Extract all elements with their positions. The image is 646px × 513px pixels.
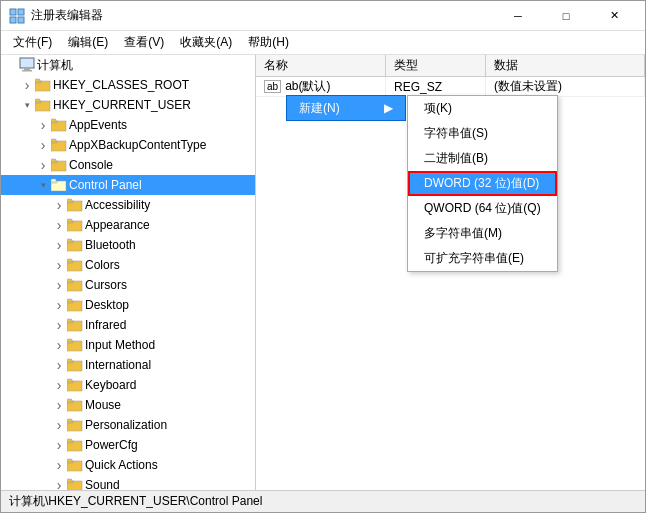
expand-btn-bluetooth[interactable]: › xyxy=(51,237,67,253)
folder-icon-inputmethod xyxy=(67,337,83,353)
menu-item-查看[interactable]: 查看(V) xyxy=(116,32,172,53)
cell-type: REG_SZ xyxy=(386,77,486,96)
tree-item-appx[interactable]: › AppXBackupContentType xyxy=(1,135,255,155)
new-menu-button[interactable]: 新建(N) ▶ xyxy=(286,95,406,121)
expand-btn-keyboard[interactable]: › xyxy=(51,377,67,393)
svg-rect-4 xyxy=(20,58,34,68)
tree-item-desktop[interactable]: › Desktop xyxy=(1,295,255,315)
tree-label-hkcu: HKEY_CURRENT_USER xyxy=(53,98,191,112)
app-icon xyxy=(9,8,25,24)
svg-rect-42 xyxy=(67,299,72,302)
table-header: 名称 类型 数据 xyxy=(256,55,645,77)
submenu-item-multistring[interactable]: 多字符串值(M) xyxy=(408,221,557,246)
tree-item-international[interactable]: › International xyxy=(1,355,255,375)
expand-btn-hkcr[interactable]: › xyxy=(19,77,35,93)
expand-btn-powercfg[interactable]: › xyxy=(51,437,67,453)
expand-btn-personalization[interactable]: › xyxy=(51,417,67,433)
svg-rect-6 xyxy=(22,70,32,72)
menu-item-编辑[interactable]: 编辑(E) xyxy=(60,32,116,53)
tree-item-appearance[interactable]: › Appearance xyxy=(1,215,255,235)
menu-item-收藏夹[interactable]: 收藏夹(A) xyxy=(172,32,240,53)
submenu-item-xiang[interactable]: 项(K) xyxy=(408,96,557,121)
svg-rect-5 xyxy=(24,68,30,70)
tree-item-powercfg[interactable]: › PowerCfg xyxy=(1,435,255,455)
folder-icon-accessibility xyxy=(67,197,83,213)
folder-icon-powercfg xyxy=(67,437,83,453)
tree-item-bluetooth[interactable]: › Bluetooth xyxy=(1,235,255,255)
main-content: 计算机› HKEY_CLASSES_ROOT▾ HKEY_CURRENT_USE… xyxy=(1,55,645,490)
folder-icon-controlpanel xyxy=(51,177,67,193)
expand-btn-desktop[interactable]: › xyxy=(51,297,67,313)
folder-icon-colors xyxy=(67,257,83,273)
expand-btn-quickactions[interactable]: › xyxy=(51,457,67,473)
expand-btn-appx[interactable]: › xyxy=(35,137,51,153)
svg-rect-3 xyxy=(18,17,24,23)
submenu-item-string[interactable]: 字符串值(S) xyxy=(408,121,557,146)
minimize-button[interactable]: ─ xyxy=(495,1,541,31)
tree-item-colors[interactable]: › Colors xyxy=(1,255,255,275)
expand-btn-computer[interactable] xyxy=(3,57,19,73)
tree-label-international: International xyxy=(85,358,151,372)
tree-item-computer[interactable]: 计算机 xyxy=(1,55,255,75)
folder-icon-international xyxy=(67,357,83,373)
submenu-item-expandstring[interactable]: 可扩充字符串值(E) xyxy=(408,246,557,271)
menu-item-帮助[interactable]: 帮助(H) xyxy=(240,32,297,53)
col-type-header: 类型 xyxy=(386,55,486,76)
tree-item-quickactions[interactable]: › Quick Actions xyxy=(1,455,255,475)
registry-tree[interactable]: 计算机› HKEY_CLASSES_ROOT▾ HKEY_CURRENT_USE… xyxy=(1,55,256,490)
context-menu-area: 新建(N) ▶ 项(K)字符串值(S)二进制值(B)DWORD (32 位)值(… xyxy=(286,95,406,121)
table-row[interactable]: abab(默认)REG_SZ(数值未设置) xyxy=(256,77,645,97)
maximize-button[interactable]: □ xyxy=(543,1,589,31)
col-name-header: 名称 xyxy=(256,55,386,76)
svg-rect-24 xyxy=(51,179,56,182)
expand-btn-colors[interactable]: › xyxy=(51,257,67,273)
folder-icon-desktop xyxy=(67,297,83,313)
svg-rect-48 xyxy=(67,339,72,342)
tree-item-infrared[interactable]: › Infrared xyxy=(1,315,255,335)
expand-btn-appevents[interactable]: › xyxy=(35,117,51,133)
expand-btn-accessibility[interactable]: › xyxy=(51,197,67,213)
tree-label-desktop: Desktop xyxy=(85,298,129,312)
submenu-item-dword[interactable]: DWORD (32 位)值(D) xyxy=(408,171,557,196)
expand-btn-inputmethod[interactable]: › xyxy=(51,337,67,353)
tree-item-accessibility[interactable]: › Accessibility xyxy=(1,195,255,215)
expand-btn-appearance[interactable]: › xyxy=(51,217,67,233)
tree-item-appevents[interactable]: › AppEvents xyxy=(1,115,255,135)
tree-item-keyboard[interactable]: › Keyboard xyxy=(1,375,255,395)
new-menu-label: 新建(N) xyxy=(299,100,340,117)
expand-btn-console[interactable]: › xyxy=(35,157,51,173)
col-data-header: 数据 xyxy=(486,55,645,76)
tree-item-mouse[interactable]: › Mouse xyxy=(1,395,255,415)
svg-rect-27 xyxy=(67,199,72,202)
tree-item-personalization[interactable]: › Personalization xyxy=(1,415,255,435)
tree-item-console[interactable]: › Console xyxy=(1,155,255,175)
close-button[interactable]: ✕ xyxy=(591,1,637,31)
cell-data: (数值未设置) xyxy=(486,77,645,96)
tree-item-hkcr[interactable]: › HKEY_CLASSES_ROOT xyxy=(1,75,255,95)
expand-btn-controlpanel[interactable]: ▾ xyxy=(35,177,51,193)
tree-item-hkcu[interactable]: ▾ HKEY_CURRENT_USER xyxy=(1,95,255,115)
tree-item-cursors[interactable]: › Cursors xyxy=(1,275,255,295)
svg-rect-39 xyxy=(67,279,72,282)
tree-item-controlpanel[interactable]: ▾ Control Panel xyxy=(1,175,255,195)
svg-rect-69 xyxy=(67,479,72,482)
new-menu-arrow: ▶ xyxy=(384,101,393,115)
menu-item-文件[interactable]: 文件(F) xyxy=(5,32,60,53)
window-title: 注册表编辑器 xyxy=(31,7,495,24)
submenu-item-binary[interactable]: 二进制值(B) xyxy=(408,146,557,171)
expand-btn-hkcu[interactable]: ▾ xyxy=(19,97,35,113)
tree-item-sound[interactable]: › Sound xyxy=(1,475,255,490)
expand-btn-cursors[interactable]: › xyxy=(51,277,67,293)
submenu-item-qword[interactable]: QWORD (64 位)值(Q) xyxy=(408,196,557,221)
expand-btn-mouse[interactable]: › xyxy=(51,397,67,413)
expand-btn-infrared[interactable]: › xyxy=(51,317,67,333)
expand-btn-sound[interactable]: › xyxy=(51,477,67,490)
folder-icon-console xyxy=(51,157,67,173)
tree-item-inputmethod[interactable]: › Input Method xyxy=(1,335,255,355)
registry-editor-window: 注册表编辑器 ─ □ ✕ 文件(F)编辑(E)查看(V)收藏夹(A)帮助(H) … xyxy=(0,0,646,513)
tree-label-mouse: Mouse xyxy=(85,398,121,412)
expand-btn-international[interactable]: › xyxy=(51,357,67,373)
tree-label-infrared: Infrared xyxy=(85,318,126,332)
folder-icon-sound xyxy=(67,477,83,490)
svg-rect-2 xyxy=(10,17,16,23)
